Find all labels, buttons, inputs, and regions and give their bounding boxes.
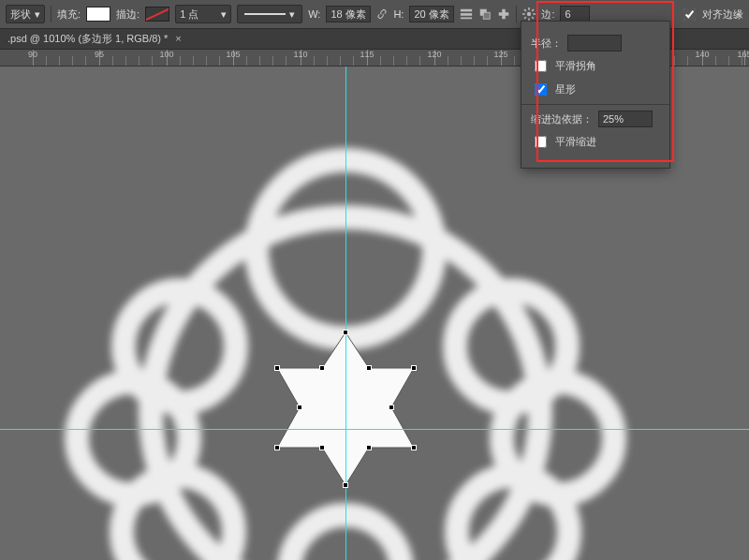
stroke-width-dropdown[interactable]: 1 点 ▾: [175, 5, 231, 23]
close-icon[interactable]: ×: [175, 33, 181, 44]
anchor-point[interactable]: [389, 405, 394, 410]
anchor-point[interactable]: [411, 365, 417, 371]
ruler-tick-label: 90: [28, 50, 37, 59]
svg-rect-1: [461, 13, 472, 16]
star-label: 星形: [555, 82, 576, 96]
smooth-corners-label: 平滑拐角: [555, 59, 596, 73]
svg-point-7: [527, 12, 531, 16]
anchor-point[interactable]: [319, 365, 325, 371]
tool-mode-label: 形状: [10, 7, 31, 22]
ruler-tick-label: 165: [737, 50, 749, 59]
svg-line-13: [533, 17, 535, 19]
anchor-point[interactable]: [297, 405, 302, 410]
align-edge-check[interactable]: [683, 8, 696, 21]
path-ops-icon[interactable]: [497, 7, 510, 21]
align-edge-label: 对齐边缘: [702, 7, 743, 22]
polygon-options-panel: 半径： 平滑拐角 星形 缩进边依据： 平滑缩进: [521, 21, 670, 169]
gear-icon[interactable]: [522, 7, 536, 21]
chevron-down-icon: ▾: [289, 8, 295, 21]
indent-label: 缩进边依据：: [531, 112, 593, 126]
width-input[interactable]: [326, 6, 371, 22]
anchor-point[interactable]: [274, 445, 280, 450]
separator: [51, 6, 51, 22]
stroke-label: 描边:: [116, 7, 140, 22]
stroke-dash-dropdown[interactable]: ▾: [237, 5, 302, 23]
tool-mode-dropdown[interactable]: 形状 ▾: [6, 5, 45, 23]
separator: [516, 6, 517, 22]
sides-label: 边:: [541, 7, 554, 22]
radius-label: 半径：: [531, 37, 562, 51]
path-arrange-icon[interactable]: [478, 7, 492, 21]
fill-label: 填充:: [57, 7, 81, 22]
stroke-width-value: 1 点: [180, 7, 198, 22]
smooth-indent-label: 平滑缩进: [555, 135, 596, 149]
ruler-tick-label: 95: [95, 50, 104, 59]
indent-input[interactable]: [598, 111, 653, 127]
anchor-point[interactable]: [274, 365, 280, 371]
smooth-indent-check[interactable]: [535, 136, 547, 148]
path-align-icon[interactable]: [460, 7, 473, 21]
anchor-point[interactable]: [319, 445, 325, 450]
chevron-down-icon: ▾: [221, 8, 227, 21]
anchor-point[interactable]: [343, 482, 348, 488]
radius-input[interactable]: [567, 35, 622, 52]
separator: [521, 104, 669, 105]
height-label: H:: [393, 8, 404, 20]
svg-rect-4: [484, 12, 491, 19]
solid-line-icon: [244, 13, 286, 15]
svg-rect-0: [461, 9, 472, 12]
ruler-tick-label: 110: [293, 50, 307, 59]
ruler-tick-label: 105: [226, 50, 240, 59]
svg-rect-2: [461, 18, 472, 20]
star-check[interactable]: [535, 83, 547, 96]
anchor-point[interactable]: [366, 365, 372, 371]
fill-swatch[interactable]: [86, 7, 110, 22]
svg-line-14: [533, 9, 535, 11]
ruler-tick-label: 125: [493, 50, 507, 59]
anchor-point[interactable]: [366, 445, 372, 450]
svg-line-15: [524, 17, 526, 19]
svg-line-12: [524, 9, 526, 11]
anchor-point[interactable]: [343, 330, 348, 335]
chevron-down-icon: ▾: [35, 8, 40, 21]
align-edge-checkbox[interactable]: 对齐边缘: [680, 6, 743, 23]
ruler-tick-label: 140: [695, 50, 709, 59]
svg-rect-6: [503, 9, 507, 20]
smooth-corners-check[interactable]: [535, 60, 547, 72]
guide-horizontal[interactable]: [0, 429, 749, 430]
ruler-tick-label: 100: [159, 50, 173, 59]
ruler-tick-label: 115: [360, 50, 374, 59]
stroke-swatch[interactable]: [145, 7, 169, 22]
anchor-point[interactable]: [411, 445, 417, 450]
ruler-tick-label: 120: [427, 50, 441, 59]
document-tab[interactable]: .psd @ 1010% (多边形 1, RGB/8) *: [7, 32, 168, 46]
height-input[interactable]: [409, 6, 454, 22]
link-icon[interactable]: [376, 8, 388, 20]
width-label: W:: [308, 8, 320, 20]
